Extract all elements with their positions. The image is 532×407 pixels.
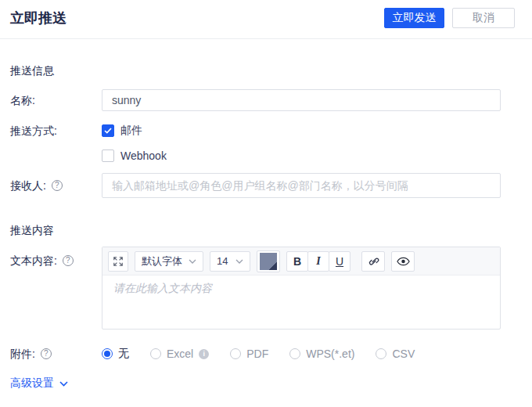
email-checkbox-label: 邮件: [120, 124, 142, 138]
push-method-label: 推送方式:: [10, 124, 102, 163]
recipients-label-wrap: 接收人: ?: [10, 173, 102, 198]
chevron-down-icon: [189, 259, 196, 264]
name-label: 名称:: [10, 89, 102, 111]
radio-icon: [289, 348, 300, 359]
radio-icon: [102, 348, 113, 359]
font-color-button[interactable]: [257, 250, 280, 272]
radio-option-none[interactable]: 无: [102, 347, 129, 361]
recipients-row: 接收人: ?: [10, 173, 532, 198]
font-family-select[interactable]: 默认字体: [135, 251, 203, 272]
radio-option-excel[interactable]: Excel i: [150, 348, 209, 360]
font-size-select[interactable]: 14: [210, 251, 250, 272]
radio-option-pdf[interactable]: PDF: [230, 348, 268, 360]
fullscreen-button[interactable]: [108, 251, 128, 272]
chevron-down-icon: [235, 259, 243, 264]
font-size-value: 14: [217, 255, 228, 267]
editor-toolbar: 默认字体 14 B: [102, 247, 500, 276]
insert-link-button[interactable]: [361, 251, 385, 272]
italic-icon: I: [316, 255, 320, 268]
editor-content-area[interactable]: 请在此输入文本内容: [102, 276, 500, 329]
radio-icon: [230, 348, 241, 359]
radio-icon: [376, 348, 386, 359]
recipients-input[interactable]: [102, 173, 501, 198]
radio-label: CSV: [392, 348, 415, 360]
radio-option-wps[interactable]: WPS(*.et): [289, 348, 354, 360]
push-method-row: 推送方式: 邮件 Webhook: [10, 124, 532, 163]
chevron-down-icon: [59, 381, 68, 387]
push-method-options: 邮件 Webhook: [102, 124, 501, 163]
format-button-group: B I U: [286, 251, 350, 272]
email-checkbox[interactable]: [102, 124, 114, 137]
color-swatch-icon: [260, 253, 277, 270]
cancel-button[interactable]: 取消: [452, 8, 515, 28]
check-icon: [104, 128, 112, 134]
underline-button[interactable]: U: [329, 251, 350, 272]
attachment-options: 无 Excel i PDF WPS(*.et) CSV: [102, 347, 501, 361]
expand-icon: [113, 256, 124, 267]
name-field-wrap: [102, 89, 501, 111]
radio-option-csv[interactable]: CSV: [376, 348, 415, 360]
radio-label: WPS(*.et): [306, 348, 354, 360]
eye-icon: [397, 257, 410, 266]
attachment-label-wrap: 附件: ?: [10, 347, 102, 361]
attachment-row: 附件: ? 无 Excel i PDF WPS(*.et) CSV: [10, 347, 532, 361]
checkbox-option-email[interactable]: 邮件: [102, 124, 501, 138]
advanced-settings-label: 高级设置: [10, 376, 54, 391]
bold-button[interactable]: B: [286, 251, 308, 272]
webhook-checkbox[interactable]: [102, 149, 114, 162]
text-content-row: 文本内容: ? 默认字体: [10, 247, 532, 330]
section-push-content: 推送内容: [10, 224, 532, 237]
editor-placeholder: 请在此输入文本内容: [113, 282, 489, 296]
send-now-button[interactable]: 立即发送: [384, 8, 444, 28]
recipients-field-wrap: [102, 173, 501, 198]
radio-icon: [150, 348, 161, 359]
page-title: 立即推送: [10, 9, 66, 27]
section-push-info: 推送信息: [10, 64, 532, 77]
page-header: 立即推送 立即发送 取消: [0, 0, 532, 39]
attachment-label: 附件:: [10, 347, 35, 361]
text-content-label: 文本内容:: [10, 253, 57, 268]
checkbox-option-webhook[interactable]: Webhook: [102, 149, 501, 163]
info-icon[interactable]: i: [199, 349, 209, 359]
link-icon: [368, 255, 379, 267]
help-icon[interactable]: ?: [52, 180, 63, 191]
name-row: 名称:: [10, 89, 532, 111]
radio-label: 无: [118, 347, 129, 361]
webhook-checkbox-label: Webhook: [120, 149, 167, 162]
text-editor: 默认字体 14 B: [102, 247, 501, 330]
font-family-value: 默认字体: [142, 254, 182, 268]
recipients-label: 接收人:: [10, 173, 46, 198]
radio-label: PDF: [246, 348, 268, 360]
name-input[interactable]: [102, 89, 501, 111]
text-content-label-wrap: 文本内容: ?: [10, 247, 102, 330]
help-icon[interactable]: ?: [41, 348, 52, 359]
radio-label: Excel: [167, 348, 193, 360]
help-icon[interactable]: ?: [63, 255, 74, 266]
bold-icon: B: [293, 255, 301, 268]
underline-icon: U: [336, 255, 343, 268]
advanced-settings-toggle[interactable]: 高级设置: [10, 376, 68, 391]
italic-button[interactable]: I: [307, 251, 329, 272]
preview-button[interactable]: [391, 251, 415, 272]
header-actions: 立即发送 取消: [384, 8, 515, 28]
